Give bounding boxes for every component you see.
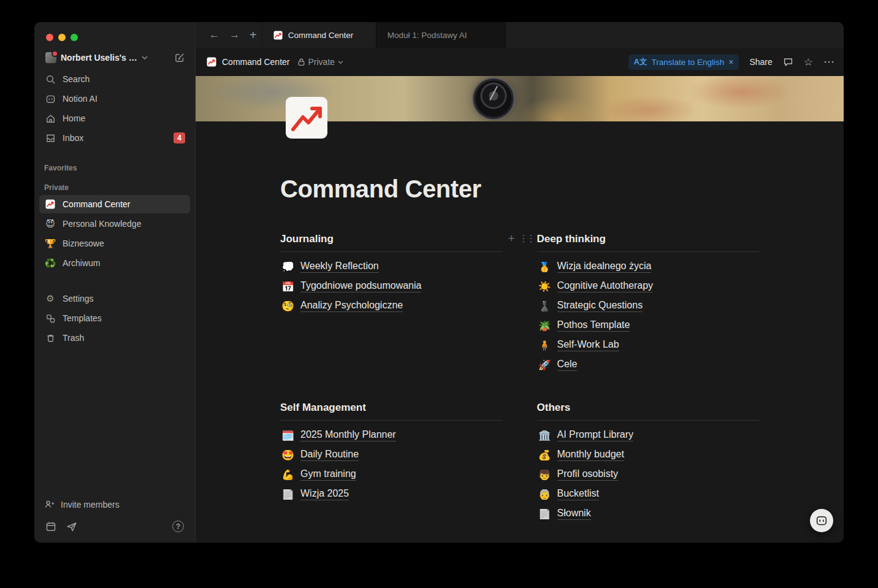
add-person-icon <box>44 499 55 510</box>
page-link-strategic-questions[interactable]: ♟️ Strategic Questions <box>537 296 760 316</box>
page-link-analizy-psychologiczne[interactable]: 🧐 Analizy Psychologiczne <box>280 296 503 316</box>
sidebar-item-trash[interactable]: Trash <box>39 329 190 347</box>
page-link-gym-training[interactable]: 💪 Gym training <box>280 465 503 484</box>
page-link-ai-prompt-library[interactable]: 🏛️ AI Prompt Library <box>537 426 760 445</box>
page-link-2025-monthly-planner[interactable]: 🗓️ 2025 Monthly Planner <box>280 426 503 445</box>
breadcrumb-title: Command Center <box>222 57 290 67</box>
compose-icon[interactable] <box>174 52 185 63</box>
comments-icon[interactable] <box>783 57 793 67</box>
boy-face-emoji-icon: 👦 <box>538 470 551 480</box>
minimize-window-button[interactable] <box>58 34 66 41</box>
page-link-wizja-2025[interactable]: 📄 Wizja 2025 <box>280 484 503 504</box>
page-link-monthly-budget[interactable]: 💰 Monthly budget <box>537 445 760 465</box>
forward-icon[interactable]: → <box>224 22 245 48</box>
star-struck-emoji-icon: 🤩 <box>281 450 294 460</box>
section-heading[interactable]: Journaling <box>280 232 503 252</box>
section-deep-thinking: + ⋮⋮ Deep thinking 🥇 Wizja idealnego życ… <box>537 232 760 375</box>
page-link-daily-routine[interactable]: 🤩 Daily Routine <box>280 445 503 465</box>
sidebar-item-label: Templates <box>63 313 102 323</box>
tab-label: Moduł 1: Podstawy AI <box>387 31 467 40</box>
sidebar-item-label: Notion AI <box>63 94 97 104</box>
flexed-biceps-emoji-icon: 💪 <box>281 470 294 480</box>
page-link-tygodniowe-podsumowania[interactable]: 📅 Tygodniowe podsumowania <box>280 277 503 296</box>
help-icon[interactable]: ? <box>172 521 184 532</box>
main-area: ← → + Command Center Moduł 1: Podstawy A… <box>196 22 844 543</box>
trophy-emoji-icon: 🏆 <box>44 239 56 248</box>
section-self-management: Self Management 🗓️ 2025 Monthly Planner … <box>280 400 503 524</box>
sidebar-item-label: Settings <box>63 294 94 304</box>
page-icon-chart-increasing[interactable] <box>284 96 329 140</box>
devil-emoji-icon: 😈 <box>44 220 56 229</box>
page-scroll-area[interactable]: Command Center Journaling 💭 Weekly Refle… <box>196 76 844 543</box>
sidebar-item-archiwum[interactable]: ♻️ Archiwum <box>39 254 190 272</box>
sidebar-item-personal-knowledge[interactable]: 😈 Personal Knowledge <box>39 215 190 233</box>
tab-modul-1-podstawy-ai[interactable]: Moduł 1: Podstawy AI <box>376 22 506 48</box>
page-link-cele[interactable]: 🚀 Cele <box>537 355 760 375</box>
page-link-profil-osobisty[interactable]: 👦 Profil osobisty <box>537 465 760 484</box>
page-link-self-work-lab[interactable]: 🧍 Self-Work Lab <box>537 335 760 355</box>
compass-image <box>475 80 512 117</box>
sidebar: Norbert Uselis's … Search <box>34 22 196 543</box>
sidebar-footer: ? <box>34 517 195 543</box>
rocket-emoji-icon: 🚀 <box>538 360 551 370</box>
section-heading[interactable]: Self Management <box>280 400 503 421</box>
page-body: Command Center Journaling 💭 Weekly Refle… <box>280 96 759 543</box>
tab-bar: ← → + Command Center Moduł 1: Podstawy A… <box>196 22 844 48</box>
section-heading[interactable]: Others <box>537 400 760 421</box>
more-options-icon[interactable]: ⋯ <box>823 55 835 69</box>
search-icon <box>44 74 56 85</box>
chevron-down-icon <box>338 60 343 64</box>
add-block-icon[interactable]: + <box>508 232 515 244</box>
close-icon[interactable]: × <box>728 57 733 67</box>
classical-building-emoji-icon: 🏛️ <box>538 430 551 441</box>
workspace-switcher[interactable]: Norbert Uselis's … <box>42 50 189 66</box>
breadcrumb[interactable]: Command Center <box>207 57 290 67</box>
privacy-selector[interactable]: Private <box>297 57 344 67</box>
close-window-button[interactable] <box>46 34 53 41</box>
translate-banner[interactable]: A文 Translate to English × <box>628 55 739 70</box>
chart-increasing-icon <box>44 199 56 209</box>
sidebar-item-search[interactable]: Search <box>39 70 190 88</box>
paper-plane-icon[interactable] <box>66 521 77 532</box>
notion-calendar-icon[interactable] <box>45 521 56 532</box>
page-link-bucketlist[interactable]: 👵 Bucketlist <box>537 484 760 504</box>
favorites-section-label[interactable]: Favorites <box>44 164 185 172</box>
sidebar-item-notion-ai[interactable]: Notion AI <box>39 90 190 108</box>
favorite-star-icon[interactable]: ☆ <box>804 56 813 69</box>
notion-ai-fab-button[interactable] <box>810 509 833 532</box>
spiral-calendar-emoji-icon: 🗓️ <box>281 430 294 441</box>
sidebar-item-label: Biznesowe <box>63 239 104 248</box>
page-link-wizja-idealnego-zycia[interactable]: 🥇 Wizja idealnego życia <box>537 257 760 277</box>
tab-command-center[interactable]: Command Center <box>262 22 376 48</box>
sidebar-item-label: Search <box>63 74 90 84</box>
sidebar-item-inbox[interactable]: Inbox 4 <box>39 129 190 147</box>
share-button[interactable]: Share <box>749 57 772 67</box>
page-title[interactable]: Command Center <box>280 174 759 204</box>
page-link-pothos-template[interactable]: 🪴 Pothos Template <box>537 316 760 335</box>
content-columns: Journaling 💭 Weekly Reflection 📅 Tygodni… <box>280 232 759 543</box>
section-others: Others 🏛️ AI Prompt Library 💰 Monthly bu… <box>537 400 760 524</box>
private-section-label[interactable]: Private <box>44 183 185 192</box>
page-header: Command Center Private A文 Translate to E… <box>196 48 844 76</box>
section-heading[interactable]: Deep thinking <box>537 232 760 252</box>
page-link-slownik[interactable]: 📄 Słownik <box>537 504 760 524</box>
sidebar-item-templates[interactable]: Templates <box>39 309 190 327</box>
gold-medal-emoji-icon: 🥇 <box>538 262 551 272</box>
page-link-cognitive-autotherapy[interactable]: ☀️ Cognitive Autotherapy <box>537 277 760 296</box>
back-icon[interactable]: ← <box>196 22 224 48</box>
zoom-window-button[interactable] <box>71 34 78 41</box>
drag-handle-icon[interactable]: ⋮⋮ <box>519 233 534 244</box>
lock-icon <box>297 58 305 66</box>
sidebar-item-label: Home <box>63 113 85 123</box>
sidebar-item-home[interactable]: Home <box>39 109 190 128</box>
header-actions: A文 Translate to English × Share ☆ ⋯ <box>628 55 835 70</box>
new-tab-icon[interactable]: + <box>245 22 262 48</box>
invite-members-button[interactable]: Invite members <box>39 495 190 513</box>
sidebar-item-label: Personal Knowledge <box>63 219 141 229</box>
tab-label: Command Center <box>288 31 354 40</box>
page-link-weekly-reflection[interactable]: 💭 Weekly Reflection <box>280 257 503 277</box>
sidebar-item-command-center[interactable]: Command Center <box>39 195 190 213</box>
sidebar-item-settings[interactable]: ⚙ Settings <box>39 289 190 308</box>
sidebar-item-biznesowe[interactable]: 🏆 Biznesowe <box>39 234 190 253</box>
chart-increasing-icon <box>207 57 216 67</box>
